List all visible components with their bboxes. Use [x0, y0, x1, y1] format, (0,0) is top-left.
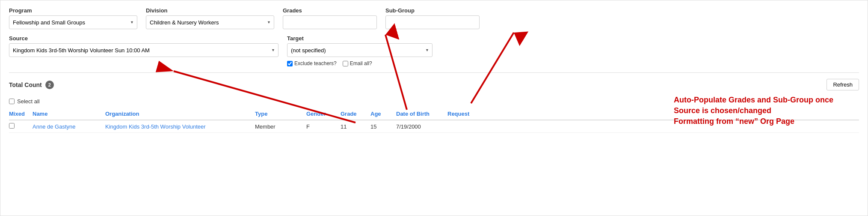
source-select-wrapper: Kingdom Kids 3rd-5th Worship Volunteer S… — [9, 43, 278, 57]
exclude-teachers-checkbox[interactable] — [287, 61, 293, 66]
division-select[interactable]: Children & Nursery Workers — [146, 15, 274, 29]
subgroup-label: Sub-Group — [385, 7, 480, 14]
grades-filter-group: Grades — [283, 7, 377, 29]
target-select[interactable]: (not specified) — [287, 43, 433, 57]
total-count-label: Total Count — [9, 81, 42, 88]
grades-input[interactable] — [283, 15, 377, 29]
source-filter-group: Source Kingdom Kids 3rd-5th Worship Volu… — [9, 35, 278, 57]
row-type: Member — [255, 123, 306, 130]
col-header-request: Request — [447, 111, 859, 117]
select-all-row: Select all — [9, 98, 859, 105]
person-link[interactable]: Anne de Gastyne — [33, 123, 75, 130]
grades-label: Grades — [283, 7, 377, 14]
division-filter-group: Division Children & Nursery Workers — [146, 7, 274, 29]
select-all-checkbox[interactable] — [9, 99, 15, 104]
count-badge: 2 — [45, 81, 54, 89]
row-checkbox-cell — [9, 123, 33, 130]
org-link[interactable]: Kingdom Kids 3rd-5th Worship Volunteer — [105, 123, 206, 130]
row-organization: Kingdom Kids 3rd-5th Worship Volunteer — [105, 123, 255, 130]
program-select[interactable]: Fellowship and Small Groups — [9, 15, 137, 29]
divider — [9, 72, 859, 73]
col-header-age: Age — [370, 111, 396, 117]
division-label: Division — [146, 7, 274, 14]
target-filter-group: Target (not specified) Exclude teachers?… — [287, 35, 433, 66]
refresh-button[interactable]: Refresh — [827, 79, 859, 90]
page-wrapper: Program Fellowship and Small Groups Divi… — [0, 0, 868, 216]
table-row: Anne de Gastyne Kingdom Kids 3rd-5th Wor… — [9, 120, 859, 133]
row-grade: 11 — [341, 123, 370, 130]
col-header-organization: Organization — [105, 111, 255, 117]
filter-row-1: Program Fellowship and Small Groups Divi… — [9, 7, 859, 29]
row-gender: F — [306, 123, 341, 130]
source-select[interactable]: Kingdom Kids 3rd-5th Worship Volunteer S… — [9, 43, 278, 57]
subgroup-input[interactable] — [385, 15, 480, 29]
row-name: Anne de Gastyne — [33, 123, 105, 130]
program-select-wrapper: Fellowship and Small Groups — [9, 15, 137, 29]
target-label: Target — [287, 35, 433, 42]
select-all-label: Select all — [17, 98, 40, 105]
row-age: 15 — [370, 123, 396, 130]
col-header-gender: Gender — [306, 111, 341, 117]
source-label: Source — [9, 35, 278, 42]
exclude-teachers-label[interactable]: Exclude teachers? — [287, 60, 337, 66]
email-all-label[interactable]: Email all? — [343, 60, 372, 66]
program-filter-group: Program Fellowship and Small Groups — [9, 7, 137, 29]
division-select-wrapper: Children & Nursery Workers — [146, 15, 274, 29]
col-header-dob: Date of Birth — [396, 111, 447, 117]
row-checkbox[interactable] — [9, 123, 15, 129]
col-header-type: Type — [255, 111, 306, 117]
row-dob: 7/19/2000 — [396, 123, 447, 130]
target-select-wrapper: (not specified) — [287, 43, 433, 57]
table-header: Mixed Name Organization Type Gender Grad… — [9, 108, 859, 120]
checkboxes-row: Exclude teachers? Email all? — [287, 60, 433, 66]
program-label: Program — [9, 7, 137, 14]
email-all-checkbox[interactable] — [343, 61, 348, 66]
col-header-mixed: Mixed — [9, 111, 33, 117]
col-header-name: Name — [33, 111, 105, 117]
filter-row-2: Source Kingdom Kids 3rd-5th Worship Volu… — [9, 35, 859, 66]
col-header-grade: Grade — [341, 111, 370, 117]
total-count-row: Total Count 2 Refresh — [9, 75, 859, 94]
subgroup-filter-group: Sub-Group — [385, 7, 480, 29]
